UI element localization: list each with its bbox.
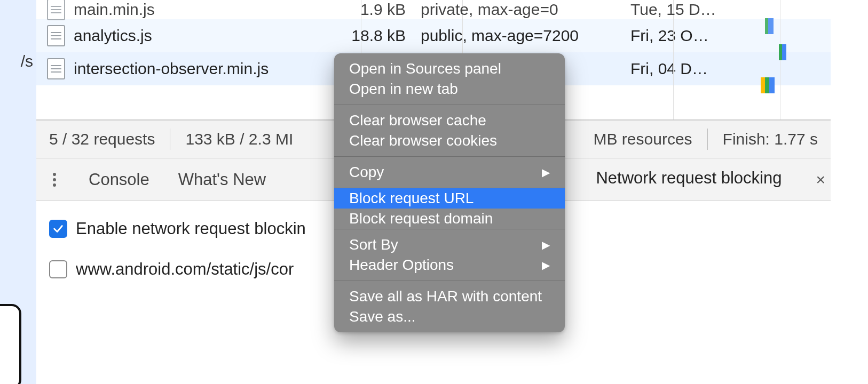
cell-name: analytics.js xyxy=(74,27,152,45)
file-icon xyxy=(47,0,65,20)
menu-copy[interactable]: Copy▶ xyxy=(334,162,565,182)
file-icon xyxy=(47,58,65,79)
chevron-right-icon: ▶ xyxy=(542,166,550,179)
cell-name: main.min.js xyxy=(74,1,155,19)
right-fade xyxy=(831,0,868,384)
devtools-left-peek: /s xyxy=(0,0,36,384)
cell-date: Fri, 04 D… xyxy=(626,60,733,78)
menu-clear-browser-cookies[interactable]: Clear browser cookies xyxy=(334,131,565,151)
menu-header-options[interactable]: Header Options▶ xyxy=(334,255,565,275)
menu-block-request-domain[interactable]: Block request domain xyxy=(334,209,565,229)
menu-open-in-new-tab[interactable]: Open in new tab xyxy=(334,79,565,99)
status-requests: 5 / 32 requests xyxy=(49,130,155,148)
tab-network-request-blocking[interactable]: Network request blocking xyxy=(596,169,782,191)
kebab-icon[interactable] xyxy=(49,173,60,187)
status-resources: MB resources xyxy=(594,130,692,148)
status-finish: Finish: 1.77 s xyxy=(723,130,818,148)
file-icon xyxy=(47,25,65,46)
context-menu: Open in Sources panel Open in new tab Cl… xyxy=(334,53,565,332)
checkbox-icon[interactable] xyxy=(49,220,67,238)
menu-save-as[interactable]: Save as... xyxy=(334,307,565,327)
device-frame-peek xyxy=(0,304,21,384)
menu-save-all-as-har[interactable]: Save all as HAR with content xyxy=(334,286,565,307)
network-row[interactable]: main.min.js 1.9 kB private, max-age=0 Tu… xyxy=(36,0,831,19)
cell-size: 18.8 kB xyxy=(314,27,415,45)
blocking-pattern-text: www.android.com/static/js/cor xyxy=(76,260,294,279)
tab-whats-new[interactable]: What's New xyxy=(178,170,266,189)
checkbox-icon[interactable] xyxy=(49,260,67,278)
status-transferred: 133 kB / 2.3 MI xyxy=(185,130,293,148)
cell-cache: public, max-age=7200 xyxy=(415,27,626,45)
menu-open-in-sources[interactable]: Open in Sources panel xyxy=(334,59,565,79)
cell-cache: private, max-age=0 xyxy=(415,1,626,19)
close-icon[interactable]: × xyxy=(810,171,831,189)
network-row[interactable]: analytics.js 18.8 kB public, max-age=720… xyxy=(36,19,831,52)
tab-console[interactable]: Console xyxy=(89,170,149,189)
cell-size: 1.9 kB xyxy=(314,1,415,19)
cell-name: intersection-observer.min.js xyxy=(74,60,269,78)
menu-sort-by[interactable]: Sort By▶ xyxy=(334,235,565,255)
menu-clear-browser-cache[interactable]: Clear browser cache xyxy=(334,110,565,131)
chevron-right-icon: ▶ xyxy=(542,238,550,251)
chevron-right-icon: ▶ xyxy=(542,259,550,271)
menu-block-request-url[interactable]: Block request URL xyxy=(334,188,565,209)
truncated-text: /s xyxy=(21,52,33,70)
cell-date: Fri, 23 O… xyxy=(626,27,733,45)
enable-blocking-label: Enable network request blockin xyxy=(76,219,306,238)
cell-date: Tue, 15 D… xyxy=(626,1,733,19)
